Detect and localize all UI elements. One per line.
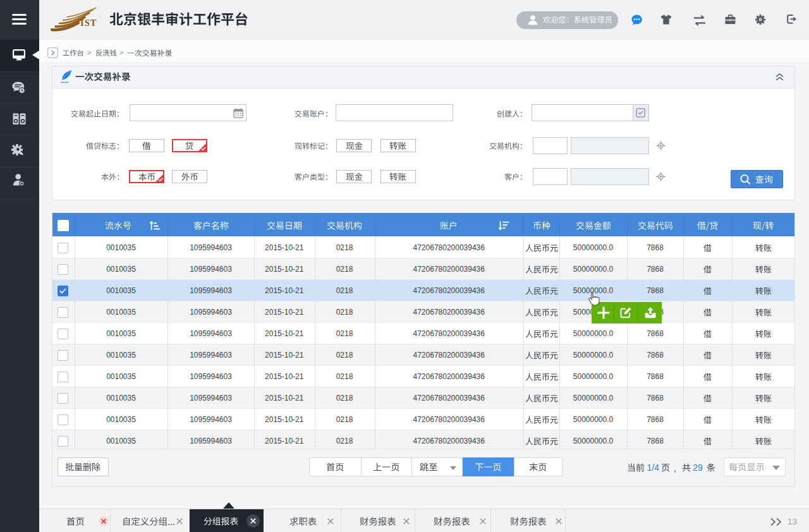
svg-text:IST: IST <box>80 18 97 28</box>
